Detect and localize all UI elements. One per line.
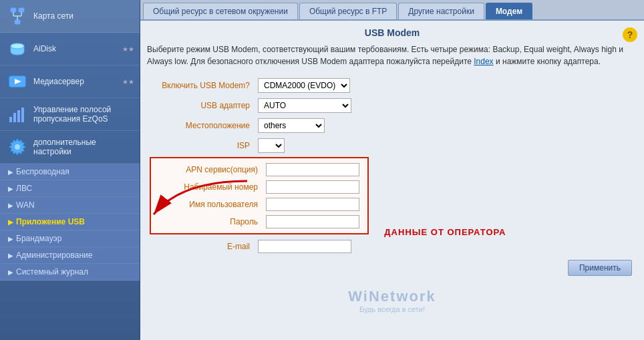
password-label: Пароль [155, 213, 262, 230]
form-row-email: E-mail [147, 237, 637, 256]
svg-point-8 [11, 43, 24, 49]
sidebar-label-additional: дополнительные настройки [33, 138, 134, 156]
svg-rect-1 [19, 8, 24, 12]
sidebar-item-additional[interactable]: дополнительные настройки [0, 131, 140, 164]
sidebar-item-firewall[interactable]: ▶ Брандмауэр [0, 230, 140, 247]
svg-point-16 [15, 144, 20, 150]
sidebar-item-aidisk[interactable]: AiDisk ★★ [0, 33, 140, 65]
page-title: USB Modem [147, 27, 637, 38]
sidebar-item-mediaserver[interactable]: Медиасервер ★★ [0, 65, 140, 98]
index-link[interactable]: Index [474, 57, 493, 66]
content-description: Выберите режим USB Modem, соответствующи… [147, 43, 637, 67]
sidebar-section-label-usb-app: Приложение USB [16, 217, 85, 226]
sidebar-label-ezqos: Управление полосой пропускания EzQoS [33, 105, 134, 124]
sidebar-item-ezqos[interactable]: Управление полосой пропускания EzQoS [0, 98, 140, 131]
tab-network-share[interactable]: Общий ресурс в сетевом окружении [143, 3, 298, 19]
main-panel: Общий ресурс в сетевом окружении Общий р… [140, 0, 644, 340]
apply-button[interactable]: Применить [568, 260, 632, 276]
form-row-isp: ISP [147, 136, 637, 156]
content-area: ? USB Modem Выберите режим USB Modem, со… [140, 21, 644, 340]
tab-bar: Общий ресурс в сетевом окружении Общий р… [140, 0, 644, 21]
arrow-icon-wan: ▶ [8, 202, 13, 209]
svg-rect-14 [21, 108, 24, 122]
arrow-icon-admin: ▶ [8, 252, 13, 259]
location-label: Местоположение [147, 116, 254, 136]
sidebar-label-mediaserver: Медиасервер [33, 77, 120, 86]
location-control: others Russia USA [254, 116, 637, 136]
apn-control [262, 161, 363, 178]
gear-icon [5, 135, 29, 159]
password-input[interactable] [266, 215, 359, 228]
adapter-label: USB адаптер [147, 96, 254, 116]
tab-other-settings[interactable]: Другие настройки [398, 3, 484, 19]
sidebar-label-aidisk: AiDisk [33, 44, 120, 53]
aidisk-icon [5, 37, 29, 61]
form-row-dial: Набираемый номер [155, 178, 363, 196]
username-control [262, 196, 363, 213]
sidebar-section-label-syslog: Системный журнал [16, 267, 88, 277]
dial-label: Набираемый номер [155, 178, 262, 196]
app-container: Карта сети AiDisk ★★ Медиасерве [0, 0, 644, 340]
watermark-sub: Будь всегда в сети! [348, 305, 436, 313]
sidebar-section-label-firewall: Брандмауэр [16, 234, 61, 243]
tab-modem[interactable]: Модем [486, 3, 532, 19]
form-row-username: Имя пользователя [155, 196, 363, 213]
form-row-usb-modem: Включить USB Modem? CDMA2000 (EVDO) UMTS… [147, 75, 637, 96]
operator-annotation: ДАННЫЕ ОТ ОПЕРАТОРА [384, 227, 506, 237]
svg-rect-13 [17, 110, 20, 122]
arrow-icon-usb-app: ▶ [8, 218, 13, 226]
email-control [254, 237, 637, 256]
password-control [262, 213, 363, 230]
usb-modem-label: Включить USB Modem? [147, 75, 254, 96]
mediaserver-stars: ★★ [122, 78, 134, 86]
sidebar-item-admin[interactable]: ▶ Администрирование [0, 247, 140, 264]
sidebar: Карта сети AiDisk ★★ Медиасерве [0, 0, 140, 340]
ezqos-icon [5, 102, 29, 126]
username-input[interactable] [266, 198, 359, 211]
media-icon [5, 69, 29, 94]
sidebar-item-syslog[interactable]: ▶ Системный журнал [0, 264, 140, 281]
desc-suffix: и нажмите кнопку адаптера. [496, 57, 601, 66]
isp-label: ISP [147, 136, 254, 156]
email-input[interactable] [258, 240, 351, 253]
dial-input[interactable] [266, 180, 359, 194]
adapter-select[interactable]: AUTO [258, 98, 351, 113]
network-icon [5, 4, 29, 28]
watermark-main: WiNetwork [348, 288, 436, 305]
highlighted-form-table: APN сервис(опция) Набираемый номер [155, 161, 363, 230]
sidebar-item-wireless[interactable]: ▶ Беспроводная [0, 164, 140, 180]
sidebar-section-label-wan: WAN [16, 200, 35, 210]
form-row-adapter: USB адаптер AUTO [147, 96, 637, 116]
sidebar-section-label-admin: Администрирование [16, 250, 92, 260]
arrow-icon-wireless: ▶ [8, 168, 13, 176]
svg-rect-12 [13, 113, 16, 122]
apn-label: APN сервис(опция) [155, 161, 262, 178]
adapter-control: AUTO [254, 96, 637, 116]
help-icon[interactable]: ? [623, 27, 637, 42]
sidebar-section-label-lan: ЛВС [16, 184, 32, 193]
svg-rect-11 [9, 117, 12, 122]
sidebar-item-usb-app[interactable]: ▶ Приложение USB [0, 214, 140, 230]
svg-rect-0 [11, 8, 16, 12]
sidebar-item-lan[interactable]: ▶ ЛВС [0, 180, 140, 197]
dial-control [262, 178, 363, 196]
apn-input[interactable] [266, 163, 359, 176]
form-table: Включить USB Modem? CDMA2000 (EVDO) UMTS… [147, 75, 637, 256]
location-select[interactable]: others Russia USA [258, 118, 325, 133]
usb-modem-control: CDMA2000 (EVDO) UMTS/GPRS WiMAX Отключит… [254, 75, 637, 96]
sidebar-item-wan[interactable]: ▶ WAN [0, 197, 140, 214]
form-row-location: Местоположение others Russia USA [147, 116, 637, 136]
sidebar-label-network-map: Карта сети [33, 11, 134, 21]
arrow-icon-firewall: ▶ [8, 235, 13, 242]
arrow-icon-lan: ▶ [8, 185, 13, 192]
form-row-password: Пароль [155, 213, 363, 230]
bottom-bar: Применить [147, 256, 637, 280]
usb-modem-select[interactable]: CDMA2000 (EVDO) UMTS/GPRS WiMAX Отключит… [258, 78, 350, 93]
aidisk-stars: ★★ [122, 45, 134, 53]
tab-ftp-share[interactable]: Общий ресурс в FTP [299, 3, 397, 19]
watermark: WiNetwork Будь всегда в сети! [348, 288, 436, 313]
form-row-apn: APN сервис(опция) Набираемый номер [147, 156, 637, 237]
sidebar-item-network-map[interactable]: Карта сети [0, 0, 140, 33]
isp-select[interactable] [258, 138, 285, 153]
sidebar-section-label-wireless: Беспроводная [16, 167, 69, 176]
